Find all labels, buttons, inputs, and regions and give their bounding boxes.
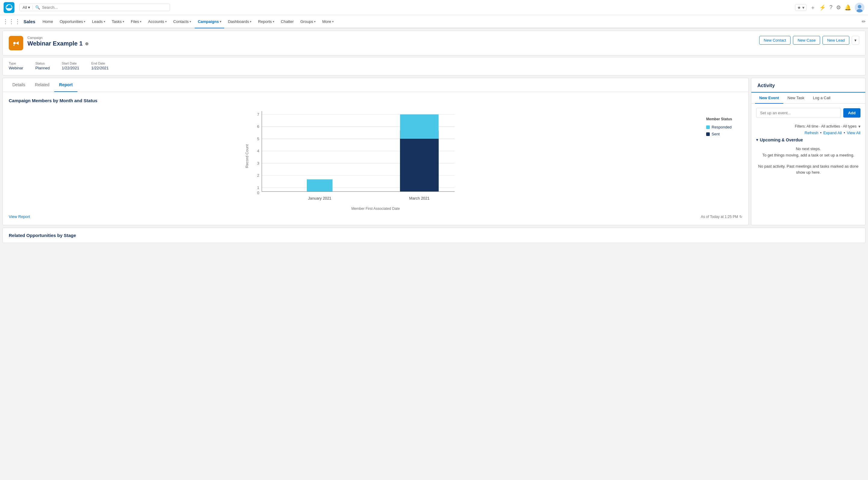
act-tab-log-call[interactable]: Log a Call <box>809 93 835 104</box>
x-axis-label: Member First Associated Date <box>9 207 742 211</box>
nav-item-leads[interactable]: Leads ▾ <box>89 15 108 28</box>
filters-row: Filters: All time · All activities · All… <box>751 122 865 130</box>
chart-title: Campaign Members by Month and Status <box>9 98 742 103</box>
bar-jan-responded <box>307 179 333 192</box>
opportunities-chevron-icon: ▾ <box>84 20 85 23</box>
record-title: Webinar Example 1 ⊕ <box>27 40 759 47</box>
view-all-link[interactable]: View All <box>847 130 861 135</box>
separator-1: • <box>820 130 822 135</box>
tab-related[interactable]: Related <box>30 78 54 92</box>
nav-item-contacts[interactable]: Contacts ▾ <box>170 15 194 28</box>
tab-bar: Details Related Report <box>3 78 748 92</box>
groups-chevron-icon: ▾ <box>314 20 315 23</box>
lightning-icon[interactable]: ⚡ <box>819 4 826 11</box>
svg-point-2 <box>858 5 861 8</box>
svg-text:3: 3 <box>257 161 259 166</box>
upcoming-chevron-icon: ▾ <box>756 138 758 142</box>
nav-label-accounts: Accounts <box>148 19 164 24</box>
nav-item-home[interactable]: Home <box>39 15 56 28</box>
filter-icon[interactable]: ▾ <box>858 124 861 129</box>
nav-label-leads: Leads <box>92 19 102 24</box>
campaign-icon <box>9 36 23 50</box>
act-tab-new-event[interactable]: New Event <box>755 93 783 104</box>
svg-point-4 <box>13 42 16 44</box>
nav-item-accounts[interactable]: Accounts ▾ <box>145 15 169 28</box>
more-actions-dropdown[interactable]: ▾ <box>852 36 859 44</box>
status-label: Status <box>35 61 50 65</box>
search-input[interactable] <box>42 5 167 10</box>
top-bar: All ▾ 🔍 ★ ▾ ＋ ⚡ ? ⚙ 🔔 <box>0 0 868 15</box>
record-header: Campaign Webinar Example 1 ⊕ New Contact… <box>2 31 866 56</box>
refresh-link[interactable]: Refresh <box>805 130 818 135</box>
svg-text:6: 6 <box>257 124 259 129</box>
nav-item-files[interactable]: Files ▾ <box>128 15 144 28</box>
nav-item-reports[interactable]: Reports ▾ <box>255 15 277 28</box>
search-bar[interactable]: All ▾ 🔍 <box>19 4 170 11</box>
avatar[interactable] <box>855 3 864 12</box>
chart-legend: Member Status Responded Sent <box>706 108 742 205</box>
act-tab-new-task[interactable]: New Task <box>783 93 809 104</box>
event-input[interactable] <box>756 108 841 118</box>
add-button[interactable]: Add <box>843 108 861 118</box>
new-contact-button[interactable]: New Contact <box>759 36 790 44</box>
main-content: Details Related Report Campaign Members … <box>2 78 866 225</box>
more-chevron-icon: ▾ <box>332 20 334 23</box>
svg-text:Record Count: Record Count <box>245 144 249 168</box>
end-date-label: End Date <box>91 61 109 65</box>
nav-bar: ⋮⋮⋮ Sales Home Opportunities ▾ Leads ▾ T… <box>0 15 868 28</box>
nav-label-more: More <box>322 19 331 24</box>
nav-label-tasks: Tasks <box>112 19 122 24</box>
status-value: Planned <box>35 66 50 70</box>
chart-container: 7 6 5 4 3 2 1 0 Record Count <box>9 108 742 205</box>
svg-text:January 2021: January 2021 <box>308 196 332 201</box>
nav-item-campaigns[interactable]: Campaigns ▾ <box>195 15 224 28</box>
tab-details[interactable]: Details <box>7 78 30 92</box>
view-report-link[interactable]: View Report <box>9 214 30 219</box>
settings-icon[interactable]: ⚙ <box>836 4 841 11</box>
no-steps-text: No next steps. <box>756 146 861 152</box>
campaigns-chevron-icon: ▾ <box>220 20 221 23</box>
nav-item-groups[interactable]: Groups ▾ <box>297 15 318 28</box>
nav-item-tasks[interactable]: Tasks ▾ <box>109 15 127 28</box>
salesforce-logo[interactable] <box>4 2 14 13</box>
upcoming-header[interactable]: ▾ Upcoming & Overdue <box>756 138 861 142</box>
tab-report[interactable]: Report <box>54 78 78 92</box>
act-tab-new-event-label: New Event <box>759 96 779 100</box>
record-type-label: Campaign <box>27 36 759 39</box>
new-case-button[interactable]: New Case <box>793 36 820 44</box>
activity-header: Activity <box>751 78 865 93</box>
edit-nav-icon[interactable]: ✏ <box>862 19 866 24</box>
separator-2: • <box>844 130 845 135</box>
legend-sent-label: Sent <box>712 132 720 136</box>
nav-item-more[interactable]: More ▾ <box>319 15 337 28</box>
right-panel: Activity New Event New Task Log a Call A… <box>751 78 866 225</box>
dashboards-chevron-icon: ▾ <box>250 20 251 23</box>
chart-footer: View Report As of Today at 1:25 PM ↻ <box>9 214 742 219</box>
activity-tabs: New Event New Task Log a Call <box>751 93 865 104</box>
expand-all-link[interactable]: Expand All <box>824 130 842 135</box>
notification-icon[interactable]: 🔔 <box>844 4 851 11</box>
field-status: Status Planned <box>35 61 50 70</box>
nav-item-opportunities[interactable]: Opportunities ▾ <box>57 15 88 28</box>
help-icon[interactable]: ? <box>830 4 832 10</box>
refresh-icon[interactable]: ↻ <box>739 215 742 219</box>
favorites-icon[interactable]: ★ ▾ <box>795 4 807 11</box>
apps-grid-icon[interactable]: ⋮⋮⋮ <box>2 18 21 25</box>
chart-area: 7 6 5 4 3 2 1 0 Record Count <box>9 108 701 205</box>
hierarchy-icon[interactable]: ⊕ <box>85 41 89 46</box>
new-lead-button[interactable]: New Lead <box>823 36 849 44</box>
search-scope[interactable]: All ▾ <box>23 5 33 10</box>
svg-text:March 2021: March 2021 <box>409 196 430 201</box>
nav-item-chatter[interactable]: Chatter <box>278 15 297 28</box>
no-steps-section: No next steps. To get things moving, add… <box>756 146 861 158</box>
legend-sent-dot <box>706 132 710 136</box>
files-chevron-icon: ▾ <box>140 20 141 23</box>
filters-text: Filters: All time · All activities · All… <box>795 124 857 128</box>
tab-related-label: Related <box>35 82 50 87</box>
nav-label-dashboards: Dashboards <box>228 19 249 24</box>
bottom-section: Related Opportunities by Stage <box>2 228 866 243</box>
add-icon[interactable]: ＋ <box>810 4 815 11</box>
nav-item-dashboards[interactable]: Dashboards ▾ <box>225 15 254 28</box>
tab-report-label: Report <box>59 82 73 87</box>
legend-responded-label: Responded <box>712 125 732 129</box>
